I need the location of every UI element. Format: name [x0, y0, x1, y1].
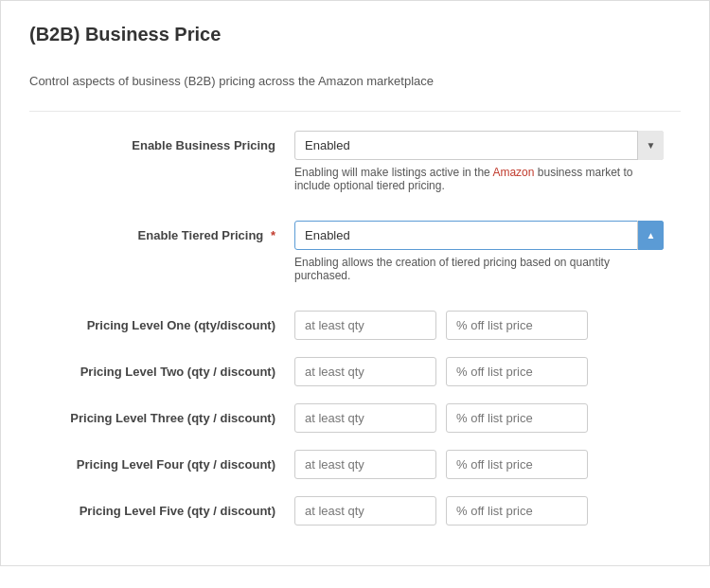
pricing-level-discount-input-2[interactable] [446, 357, 588, 386]
pricing-level-discount-input-1[interactable] [446, 311, 588, 340]
pricing-level-inputs-3 [294, 403, 588, 433]
enable-business-pricing-select[interactable]: Enabled Disabled [294, 131, 664, 160]
pricing-level-discount-input-3[interactable] [446, 403, 588, 433]
pricing-levels-section: Pricing Level One (qty/discount)Pricing … [29, 311, 681, 526]
form-section: Enable Business Pricing Enabled Disabled… [29, 131, 681, 526]
pricing-level-label-5: Pricing Level Five (qty / discount) [29, 504, 294, 518]
enable-tiered-pricing-select-wrapper: Enabled Disabled ▲ [294, 221, 664, 250]
section-divider [29, 111, 681, 112]
page-title: (B2B) Business Price [29, 24, 681, 55]
enable-business-pricing-label: Enable Business Pricing [29, 131, 294, 152]
page-description: Control aspects of business (B2B) pricin… [29, 74, 681, 88]
pricing-level-row-3: Pricing Level Three (qty / discount) [29, 403, 681, 433]
pricing-level-label-1: Pricing Level One (qty/discount) [29, 318, 294, 332]
amazon-link: Amazon [492, 166, 534, 179]
enable-tiered-pricing-row: Enable Tiered Pricing * Enabled Disabled… [29, 221, 681, 292]
pricing-level-label-4: Pricing Level Four (qty / discount) [29, 457, 294, 472]
pricing-level-qty-input-1[interactable] [294, 311, 436, 340]
enable-tiered-pricing-select[interactable]: Enabled Disabled [294, 221, 664, 250]
pricing-level-inputs-2 [294, 357, 588, 386]
pricing-level-qty-input-5[interactable] [294, 496, 436, 526]
pricing-level-row-1: Pricing Level One (qty/discount) [29, 311, 681, 340]
pricing-level-inputs-4 [294, 450, 588, 479]
pricing-level-qty-input-2[interactable] [294, 357, 436, 386]
enable-business-pricing-help: Enabling will make listings active in th… [294, 166, 664, 192]
enable-tiered-pricing-control: Enabled Disabled ▲ Enabling allows the c… [294, 221, 681, 282]
enable-business-pricing-row: Enable Business Pricing Enabled Disabled… [29, 131, 681, 202]
enable-tiered-pricing-help: Enabling allows the creation of tiered p… [294, 256, 664, 282]
pricing-level-discount-input-5[interactable] [446, 496, 588, 526]
pricing-level-qty-input-3[interactable] [294, 403, 436, 433]
pricing-level-inputs-1 [294, 311, 588, 340]
pricing-level-label-2: Pricing Level Two (qty / discount) [29, 365, 294, 379]
enable-business-pricing-select-wrapper: Enabled Disabled ▼ [294, 131, 664, 160]
pricing-level-discount-input-4[interactable] [446, 450, 588, 479]
enable-tiered-pricing-label: Enable Tiered Pricing * [29, 221, 294, 242]
pricing-level-row-4: Pricing Level Four (qty / discount) [29, 450, 681, 479]
pricing-level-label-3: Pricing Level Three (qty / discount) [29, 411, 294, 425]
page-container: (B2B) Business Price Control aspects of … [0, 0, 710, 566]
required-indicator: * [271, 228, 275, 242]
enable-business-pricing-control: Enabled Disabled ▼ Enabling will make li… [294, 131, 681, 192]
pricing-level-row-2: Pricing Level Two (qty / discount) [29, 357, 681, 386]
pricing-level-qty-input-4[interactable] [294, 450, 436, 479]
pricing-level-row-5: Pricing Level Five (qty / discount) [29, 496, 681, 526]
pricing-level-inputs-5 [294, 496, 588, 526]
